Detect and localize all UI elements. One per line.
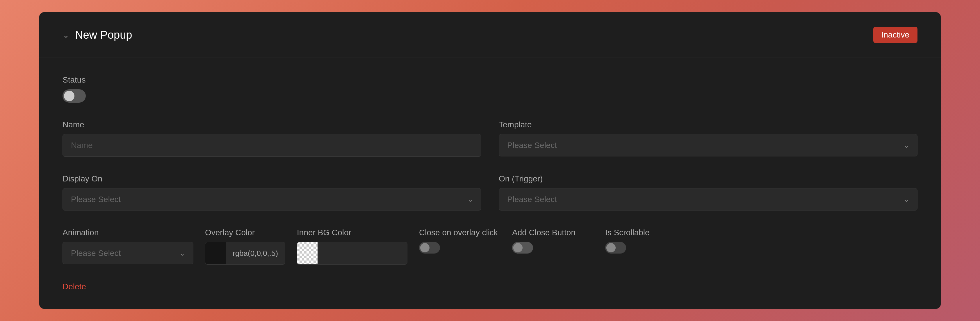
overlay-color-field-group: Overlay Color rgba(0,0,0,.5) [205, 228, 285, 265]
on-trigger-select[interactable]: Please Select [499, 188, 918, 210]
overlay-color-input[interactable]: rgba(0,0,0,.5) [205, 242, 285, 265]
on-trigger-label: On (Trigger) [499, 174, 918, 183]
inner-bg-label: Inner BG Color [297, 228, 407, 237]
template-field-group: Template Please Select ⌄ [499, 120, 918, 157]
chevron-down-icon[interactable]: ⌄ [62, 30, 69, 40]
on-trigger-field-group: On (Trigger) Please Select ⌄ [499, 174, 918, 210]
close-overlay-thumb [420, 243, 430, 253]
inactive-badge: Inactive [873, 27, 918, 43]
status-label: Status [62, 75, 918, 84]
delete-row: Delete [39, 282, 941, 291]
close-overlay-track [419, 242, 440, 254]
add-close-thumb [513, 243, 523, 253]
scrollable-toggle[interactable] [605, 242, 626, 254]
add-close-track [512, 242, 533, 254]
animation-row: Animation Please Select ⌄ Overlay Color … [62, 228, 918, 265]
name-field-group: Name [62, 120, 481, 157]
toggle-thumb [64, 91, 75, 101]
animation-select-wrapper: Please Select ⌄ [62, 242, 193, 264]
on-trigger-select-wrapper: Please Select ⌄ [499, 188, 918, 210]
delete-button[interactable]: Delete [62, 282, 86, 291]
name-input[interactable] [62, 134, 481, 157]
scrollable-thumb [606, 243, 616, 253]
modal-body: Status Name Template Please Select ⌄ [39, 58, 941, 282]
inner-bg-swatch [297, 242, 318, 265]
name-template-row: Name Template Please Select ⌄ [62, 120, 918, 157]
display-on-field-group: Display On Please Select ⌄ [62, 174, 481, 210]
animation-field-group: Animation Please Select ⌄ [62, 228, 193, 264]
scrollable-group: Is Scrollable [605, 228, 687, 254]
display-on-select[interactable]: Please Select [62, 188, 481, 210]
template-label: Template [499, 120, 918, 129]
add-close-label: Add Close Button [512, 228, 593, 237]
status-toggle[interactable] [62, 89, 86, 103]
status-section: Status [62, 75, 918, 103]
inner-bg-input[interactable] [297, 242, 407, 265]
close-overlay-label: Close on overlay click [419, 228, 501, 237]
close-overlay-group: Close on overlay click [419, 228, 501, 254]
display-on-label: Display On [62, 174, 481, 183]
display-trigger-row: Display On Please Select ⌄ On (Trigger) … [62, 174, 918, 210]
overlay-color-value: rgba(0,0,0,.5) [226, 249, 285, 258]
modal-title-group: ⌄ New Popup [62, 29, 132, 41]
new-popup-modal: ⌄ New Popup Inactive Status Name Templat… [39, 12, 941, 309]
inner-bg-field-group: Inner BG Color [297, 228, 407, 265]
animation-label: Animation [62, 228, 193, 237]
template-select[interactable]: Please Select [499, 134, 918, 156]
scrollable-track [605, 242, 626, 254]
display-on-select-wrapper: Please Select ⌄ [62, 188, 481, 210]
name-label: Name [62, 120, 481, 129]
modal-title: New Popup [75, 29, 132, 41]
close-overlay-toggle[interactable] [419, 242, 440, 254]
toggle-track [62, 89, 86, 103]
add-close-toggle[interactable] [512, 242, 533, 254]
modal-header: ⌄ New Popup Inactive [39, 12, 941, 58]
template-select-wrapper: Please Select ⌄ [499, 134, 918, 156]
overlay-color-swatch [205, 242, 226, 265]
overlay-color-label: Overlay Color [205, 228, 285, 237]
scrollable-label: Is Scrollable [605, 228, 687, 237]
add-close-group: Add Close Button [512, 228, 593, 254]
animation-select[interactable]: Please Select [62, 242, 193, 264]
